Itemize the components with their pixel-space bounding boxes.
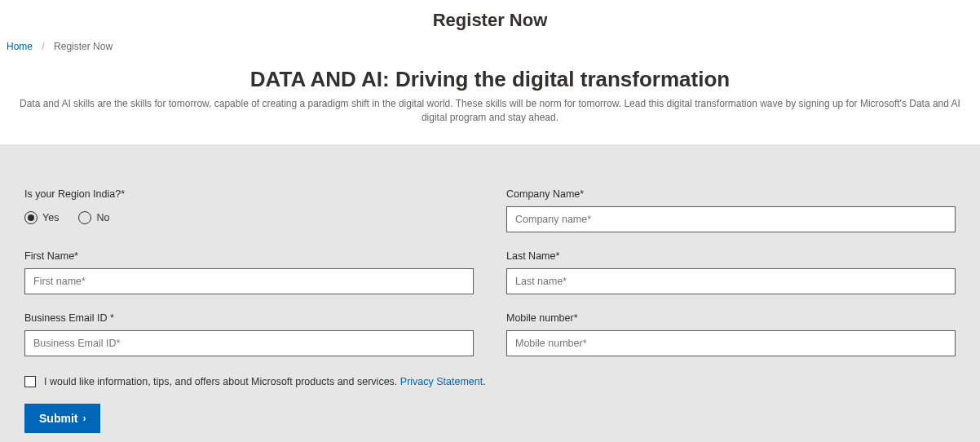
region-label: Is your Region India?* — [24, 188, 474, 200]
radio-icon — [78, 211, 91, 224]
region-no-label: No — [96, 212, 109, 223]
company-label: Company Name* — [506, 188, 956, 200]
region-yes-radio[interactable]: Yes — [24, 211, 59, 224]
breadcrumb: Home / Register Now — [0, 38, 980, 67]
page-title: Register Now — [0, 0, 980, 38]
radio-icon — [24, 211, 38, 224]
consent-dot: . — [483, 376, 485, 387]
region-no-radio[interactable]: No — [78, 211, 109, 224]
email-input[interactable] — [24, 330, 474, 356]
last-name-input[interactable] — [506, 268, 956, 294]
privacy-statement-link[interactable]: Privacy Statement — [400, 376, 483, 387]
first-name-input[interactable] — [24, 268, 474, 294]
hero-subtext: Data and AI skills are the skills for to… — [0, 97, 980, 144]
breadcrumb-separator: / — [42, 41, 44, 52]
region-yes-label: Yes — [42, 212, 59, 223]
last-name-label: Last Name* — [506, 250, 956, 262]
first-name-label: First Name* — [24, 250, 474, 262]
chevron-right-icon: › — [82, 413, 86, 424]
hero-headline: DATA AND AI: Driving the digital transfo… — [0, 67, 980, 97]
company-input[interactable] — [506, 206, 956, 232]
breadcrumb-home-link[interactable]: Home — [7, 41, 33, 52]
consent-text: I would like information, tips, and offe… — [44, 376, 486, 387]
consent-message: I would like information, tips, and offe… — [44, 376, 400, 387]
mobile-label: Mobile number* — [506, 312, 956, 324]
consent-checkbox[interactable] — [24, 376, 36, 387]
breadcrumb-current: Register Now — [54, 41, 113, 52]
email-label: Business Email ID * — [24, 312, 474, 324]
region-radio-group: Yes No — [24, 211, 474, 224]
submit-button[interactable]: Submit › — [24, 404, 100, 433]
registration-form: Is your Region India?* Yes No Company Na… — [0, 144, 980, 442]
mobile-input[interactable] — [506, 330, 956, 356]
submit-label: Submit — [39, 412, 77, 425]
